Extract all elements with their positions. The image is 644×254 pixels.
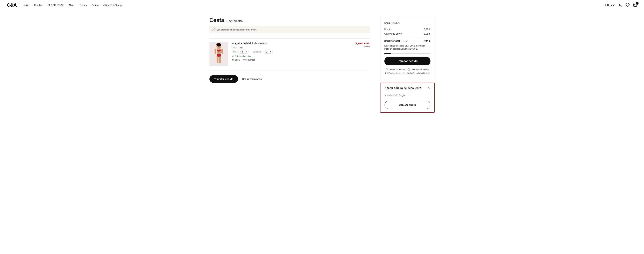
summary-box: Resumen Precio 3,99 € Gastos de envío 3,… xyxy=(380,17,435,80)
discount-badge: -50%* xyxy=(364,42,370,45)
discount-box: Añadir código de descuento Canjear ahora xyxy=(380,83,435,113)
sidebar: Resumen Precio 3,99 € Gastos de envío 3,… xyxy=(380,17,435,113)
product-svg xyxy=(211,43,226,65)
delete-button[interactable]: Borrar xyxy=(232,59,240,61)
progress-bar-wrap xyxy=(384,53,430,54)
quantity-select-arrow: ▼ xyxy=(270,51,271,53)
summary-shipping-row: Gastos de envío 3,95 € xyxy=(384,32,430,35)
discount-title: Añadir código de descuento xyxy=(384,87,421,90)
price-column: 3,99 € -50%* 7,99 € xyxy=(354,42,370,66)
cart-title: Cesta 1 Artículo(s) xyxy=(210,17,370,23)
trust-ssl-label: Conexión SSL segura xyxy=(411,68,429,70)
info-banner-text: Los artículos en la cesta no se reservan… xyxy=(217,28,257,31)
total-tax: incl. IVA xyxy=(402,40,408,42)
product-color-row: Color: rojo xyxy=(232,46,351,49)
svg-point-2 xyxy=(620,4,621,5)
favorites-button[interactable]: Favoritos xyxy=(244,59,255,61)
trust-return-label: Devolución gratuita xyxy=(389,68,405,70)
quantity-select[interactable]: 1 2 3 xyxy=(266,50,268,53)
product-details: Braguita de bikini - low waist Color: ro… xyxy=(232,42,351,66)
logo[interactable]: C&A xyxy=(7,2,17,8)
chevron-up-icon[interactable] xyxy=(427,86,430,90)
size-select[interactable]: 42 40 44 xyxy=(240,50,244,53)
return-icon xyxy=(386,68,388,71)
free-shipping-text: Envío gratis a tiendas C&A. Envío a domi… xyxy=(384,44,430,50)
info-banner: i Los artículos en la cesta no se reserv… xyxy=(210,26,370,33)
trust-icons-2: Pruébatelo sin prisa: devolución en hast… xyxy=(384,72,430,74)
svg-point-0 xyxy=(604,4,606,6)
svg-rect-12 xyxy=(386,72,388,74)
article-count: 1 Artículo(s) xyxy=(226,19,243,23)
summary-total: Importe total incl. IVA 7,94 € xyxy=(384,39,430,42)
price-original: 7,99 € xyxy=(354,45,370,48)
product-actions: Borrar Favoritos xyxy=(232,59,351,61)
price-label: Precio xyxy=(384,28,391,31)
price-sale: 3,99 € -50%* xyxy=(354,42,370,45)
nav-promo[interactable]: Promo xyxy=(92,4,98,6)
checkout-button-main[interactable]: Tramitar pedido xyxy=(210,75,238,83)
cart-badge: 1 xyxy=(636,2,638,4)
nav-mujer[interactable]: Mujer xyxy=(24,4,30,6)
shipping-value: 3,95 € xyxy=(424,32,430,35)
color-label: Color: xyxy=(232,46,238,49)
user-icon[interactable] xyxy=(618,3,622,7)
svg-line-1 xyxy=(606,6,606,6)
nav-hombre[interactable]: Hombre xyxy=(34,4,43,6)
color-value: rojo xyxy=(239,46,242,49)
size-label: Talla: xyxy=(232,50,237,53)
info-icon: i xyxy=(212,28,215,31)
trust-trial: Pruébatelo sin prisa: devolución en hast… xyxy=(385,72,430,74)
svg-rect-9 xyxy=(214,49,216,54)
svg-rect-11 xyxy=(408,69,410,70)
check-icon xyxy=(232,55,234,57)
bottom-actions: Tramitar pedido Seguir comprando xyxy=(210,75,370,83)
summary-title: Resumen xyxy=(384,21,430,25)
redeem-button[interactable]: Canjear ahora xyxy=(384,101,430,109)
ssl-icon xyxy=(408,68,410,71)
size-select-arrow: ▼ xyxy=(245,51,247,53)
product-row: Braguita de bikini - low waist Color: ro… xyxy=(210,42,370,70)
nav-bebes[interactable]: Bebés xyxy=(80,4,87,6)
heart-icon xyxy=(244,59,246,61)
progress-bar-fill xyxy=(384,53,391,54)
header: C&A Mujer Hombre CLOCKHOUSE Niños Bebés … xyxy=(0,0,644,10)
page-content: Cesta 1 Artículo(s) i Los artículos en l… xyxy=(202,10,442,123)
trust-trial-label: Pruébatelo sin prisa: devolución en hast… xyxy=(388,72,430,74)
checkout-button-summary[interactable]: Tramitar pedido xyxy=(384,57,430,65)
cart-section: Cesta 1 Artículo(s) i Los artículos en l… xyxy=(210,17,370,113)
price-value: 3,99 € xyxy=(424,28,430,31)
quantity-select-wrap[interactable]: 1 2 3 ▼ xyxy=(264,50,273,54)
nav-clockhouse[interactable]: CLOCKHOUSE xyxy=(48,4,64,6)
svg-rect-10 xyxy=(222,49,223,54)
main-nav: Mujer Hombre CLOCKHOUSE Niños Bebés Prom… xyxy=(24,4,604,6)
trash-icon xyxy=(232,59,234,61)
svg-point-5 xyxy=(216,43,221,46)
product-name: Braguita de bikini - low waist xyxy=(232,42,351,45)
shipping-label: Gastos de envío xyxy=(384,32,402,35)
product-size-row: Talla: 42 40 44 ▼ Cantidad: 1 2 xyxy=(232,50,351,54)
search-button[interactable]: Buscar xyxy=(603,3,615,7)
calendar-icon xyxy=(385,72,388,74)
discount-header: Añadir código de descuento xyxy=(384,86,430,90)
nav-wearthechange[interactable]: #WearTheChange xyxy=(103,4,123,6)
trust-ssl: Conexión SSL segura xyxy=(408,68,429,71)
svg-rect-7 xyxy=(217,56,218,63)
product-image xyxy=(210,42,228,66)
size-select-wrap[interactable]: 42 40 44 ▼ xyxy=(238,50,248,54)
header-right: Buscar 1 xyxy=(603,3,637,7)
quantity-label: Cantidad: xyxy=(252,50,262,53)
trust-icons: Devolución gratuita Conexión SSL segura xyxy=(384,68,430,71)
search-icon xyxy=(603,3,606,7)
wishlist-icon[interactable] xyxy=(626,3,630,7)
discount-code-input[interactable] xyxy=(384,93,430,98)
summary-divider xyxy=(384,37,430,37)
cart-icon-wrap[interactable]: 1 xyxy=(633,3,637,7)
continue-shopping-button[interactable]: Seguir comprando xyxy=(242,78,262,80)
summary-price-row: Precio 3,99 € xyxy=(384,28,430,31)
availability: Artículo disponible xyxy=(232,55,351,57)
total-label: Importe total xyxy=(384,39,400,42)
nav-ninos[interactable]: Niños xyxy=(69,4,75,6)
total-value: 7,94 € xyxy=(423,39,430,42)
svg-rect-8 xyxy=(219,56,221,63)
trust-return: Devolución gratuita xyxy=(386,68,405,71)
